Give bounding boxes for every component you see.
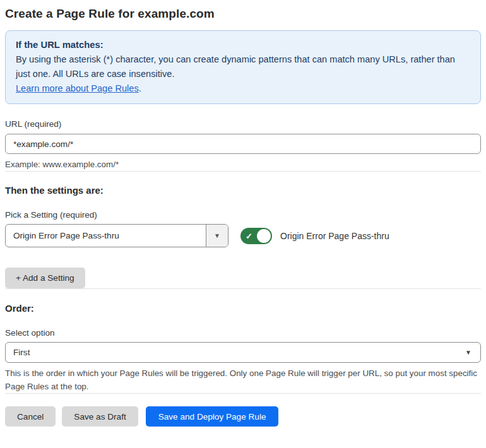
setting-picker-label: Pick a Setting (required) xyxy=(5,210,481,220)
save-and-deploy-button[interactable]: Save and Deploy Page Rule xyxy=(146,406,279,427)
toggle-label: Origin Error Page Pass-thru xyxy=(280,231,389,241)
caret-down-icon: ▼ xyxy=(214,232,220,239)
setting-dropdown-button[interactable]: ▼ xyxy=(206,225,228,247)
url-match-info-callout: If the URL matches: By using the asteris… xyxy=(5,30,481,104)
setting-row: Origin Error Page Pass-thru ▼ ✓ Origin E… xyxy=(5,224,481,247)
footer-divider xyxy=(5,393,481,394)
setting-dropdown-value: Origin Error Page Pass-thru xyxy=(6,225,206,247)
order-select-value: First xyxy=(13,348,30,357)
learn-more-link[interactable]: Learn more about Page Rules xyxy=(16,83,139,93)
page-title: Create a Page Rule for example.com xyxy=(5,0,481,21)
check-icon: ✓ xyxy=(246,232,252,240)
info-heading: If the URL matches: xyxy=(16,38,470,52)
url-input[interactable] xyxy=(5,134,481,154)
save-as-draft-button[interactable]: Save as Draft xyxy=(62,406,138,427)
section-divider xyxy=(5,288,481,289)
settings-section-heading: Then the settings are: xyxy=(5,185,481,196)
section-divider xyxy=(5,171,481,172)
caret-down-icon: ▼ xyxy=(465,349,471,356)
footer-actions: Cancel Save as Draft Save and Deploy Pag… xyxy=(5,406,481,427)
link-suffix: . xyxy=(139,83,141,93)
url-example-help: Example: www.example.com/* xyxy=(5,158,481,171)
url-field-label: URL (required) xyxy=(5,119,481,129)
add-setting-button[interactable]: + Add a Setting xyxy=(5,268,85,288)
order-select-label: Select option xyxy=(5,328,481,338)
order-help-text: This is the order in which your Page Rul… xyxy=(5,367,481,393)
origin-error-toggle[interactable]: ✓ xyxy=(240,228,272,244)
info-link-line: Learn more about Page Rules. xyxy=(16,81,470,96)
toggle-knob xyxy=(257,229,271,243)
setting-dropdown[interactable]: Origin Error Page Pass-thru ▼ xyxy=(5,224,228,247)
create-page-rule-form: Create a Page Rule for example.com If th… xyxy=(0,0,486,427)
order-section-heading: Order: xyxy=(5,303,481,314)
info-body-text: By using the asterisk (*) character, you… xyxy=(16,52,470,81)
cancel-button[interactable]: Cancel xyxy=(5,406,56,427)
order-select[interactable]: First ▼ xyxy=(5,342,481,363)
